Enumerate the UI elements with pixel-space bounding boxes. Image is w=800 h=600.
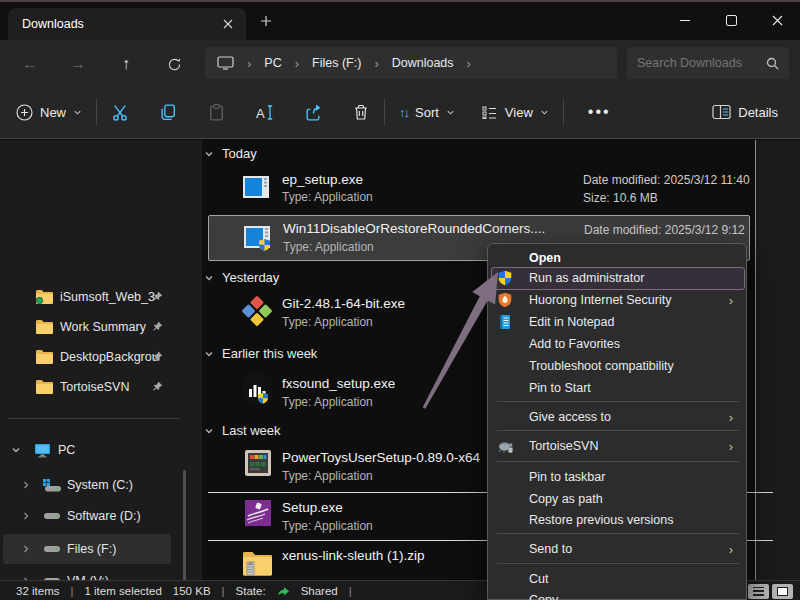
menu-item-tortoisesvn[interactable]: TortoiseSVN › [488, 435, 746, 457]
new-button[interactable]: New [16, 104, 82, 121]
maximize-button[interactable] [708, 2, 754, 38]
breadcrumb-files-f[interactable]: Files (F:) [312, 56, 361, 70]
group-header-today[interactable]: Today [204, 146, 257, 161]
menu-item-send-to[interactable]: Send to › [488, 538, 746, 560]
breadcrumb-chevron-icon[interactable]: › [374, 56, 378, 71]
cut-icon[interactable] [111, 103, 130, 122]
close-button[interactable] [754, 2, 800, 38]
sidebar-item-files-f[interactable]: Files (F:) [3, 534, 171, 564]
delete-icon[interactable] [352, 103, 370, 122]
back-button[interactable]: ← [10, 52, 50, 76]
toolbar-divider [96, 99, 97, 125]
menu-item-copy[interactable]: Copy [488, 589, 746, 600]
menu-divider [497, 401, 739, 402]
search-box[interactable] [627, 47, 789, 79]
uac-shield-icon [497, 270, 513, 286]
new-tab-icon[interactable] [260, 15, 272, 27]
menu-item-label: Open [529, 251, 561, 265]
close-icon [772, 15, 783, 26]
group-header-yesterday[interactable]: Yesterday [204, 270, 279, 285]
chevron-right-icon[interactable] [21, 511, 31, 521]
menu-item-label: Huorong Internet Security [529, 293, 671, 307]
menu-item-label: Troubleshoot compatibility [529, 359, 674, 373]
chevron-right-icon[interactable] [21, 544, 31, 554]
pin-icon [152, 381, 163, 392]
tab-close-icon[interactable] [220, 16, 236, 32]
sort-button[interactable]: ↑↓ Sort [399, 105, 455, 120]
details-button[interactable]: Details [712, 104, 778, 120]
breadcrumb-pc[interactable]: PC [264, 56, 281, 70]
menu-item-add-to-favorites[interactable]: Add to Favorites [488, 333, 746, 355]
list-scrollbar-track[interactable] [755, 140, 800, 580]
sidebar-item-pc[interactable]: PC [3, 435, 171, 465]
more-options-icon[interactable]: ••• [588, 103, 611, 121]
explorer-tab-downloads[interactable]: Downloads [8, 8, 246, 40]
navigation-bar: ← → ↑ › PC › Files (F:) › Downloads › [0, 40, 800, 86]
menu-item-restore-previous-versions[interactable]: Restore previous versions [488, 509, 746, 531]
menu-item-cut[interactable]: Cut [488, 568, 746, 590]
state-value: Shared [301, 585, 338, 597]
chevron-right-icon[interactable] [21, 480, 31, 490]
menu-item-troubleshoot-compatibility[interactable]: Troubleshoot compatibility [488, 355, 746, 377]
sidebar-item-system-c[interactable]: System (C:) [3, 470, 171, 500]
status-separator: | [70, 585, 73, 597]
address-bar[interactable]: › PC › Files (F:) › Downloads › [205, 47, 617, 79]
drive-icon [43, 544, 61, 554]
file-name: Win11DisableOrRestoreRoundedCorners.... [283, 221, 545, 236]
toolbar-divider [563, 99, 564, 125]
chevron-down-icon[interactable] [11, 445, 21, 455]
file-name: fxsound_setup.exe [282, 376, 395, 391]
menu-item-give-access-to[interactable]: Give access to › [488, 406, 746, 428]
pin-icon [152, 351, 163, 362]
sidebar-item-work-summary[interactable]: Work Summary [3, 312, 171, 342]
sidebar-divider [8, 418, 180, 419]
forward-button[interactable]: → [58, 52, 98, 76]
view-button[interactable]: View [481, 104, 549, 121]
up-button[interactable]: ↑ [106, 52, 146, 76]
share-icon[interactable] [304, 103, 323, 122]
refresh-icon [167, 57, 182, 72]
copy-icon[interactable] [159, 103, 178, 122]
sidebar-item-isumsoft-web-3[interactable]: iSumsoft_Web_3 [3, 282, 171, 312]
menu-item-pin-to-start[interactable]: Pin to Start [488, 377, 746, 399]
details-view-toggle[interactable] [748, 584, 769, 599]
search-input[interactable] [637, 56, 766, 70]
menu-item-edit-in-notepad[interactable]: Edit in Notepad [488, 311, 746, 333]
menu-item-run-as-administrator[interactable]: Run as administrator [488, 267, 746, 289]
sidebar-item-tortoisesvn[interactable]: TortoiseSVN [3, 372, 171, 402]
group-header-last-week[interactable]: Last week [204, 423, 281, 438]
sidebar-item-label: Software (D:) [67, 509, 141, 523]
chevron-down-icon [73, 108, 82, 117]
toolbar-divider [384, 99, 385, 125]
sort-label: Sort [415, 105, 439, 120]
breadcrumb-downloads[interactable]: Downloads [392, 56, 454, 70]
window-controls [662, 2, 800, 38]
notepad-icon [497, 314, 513, 330]
submenu-chevron-icon: › [729, 410, 733, 425]
group-header-label: Last week [222, 423, 281, 438]
sidebar-item-desktopbackgrour[interactable]: DesktopBackgrour [3, 342, 171, 372]
breadcrumb-chevron-icon[interactable]: › [467, 56, 471, 71]
rename-icon[interactable]: A [255, 103, 275, 122]
breadcrumb-chevron-icon: › [247, 56, 251, 71]
group-header-earlier-this-week[interactable]: Earlier this week [204, 346, 317, 361]
large-icons-view-toggle[interactable] [772, 584, 793, 599]
paste-icon[interactable] [207, 103, 226, 122]
minimize-button[interactable] [662, 2, 708, 38]
forward-icon: → [70, 55, 86, 73]
file-row-ep-setup[interactable]: ep_setup.exe Type: Application Date modi… [208, 168, 753, 212]
menu-item-label: Copy [529, 593, 558, 600]
file-size: Size: 10.6 MB [583, 191, 658, 205]
menu-item-pin-to-taskbar[interactable]: Pin to taskbar [488, 466, 746, 488]
menu-divider [497, 563, 739, 564]
tortoisesvn-turtle-icon [497, 438, 514, 454]
sidebar-item-software-d[interactable]: Software (D:) [3, 501, 171, 531]
menu-item-copy-as-path[interactable]: Copy as path [488, 488, 746, 510]
menu-item-open[interactable]: Open [488, 247, 746, 269]
menu-item-label: Add to Favorites [529, 337, 620, 351]
menu-item-label: Copy as path [529, 492, 603, 506]
menu-item-huorong-internet-security[interactable]: Huorong Internet Security › [488, 289, 746, 311]
refresh-button[interactable] [154, 52, 194, 76]
folder-sync-icon [36, 290, 53, 304]
breadcrumb-chevron-icon[interactable]: › [295, 56, 299, 71]
